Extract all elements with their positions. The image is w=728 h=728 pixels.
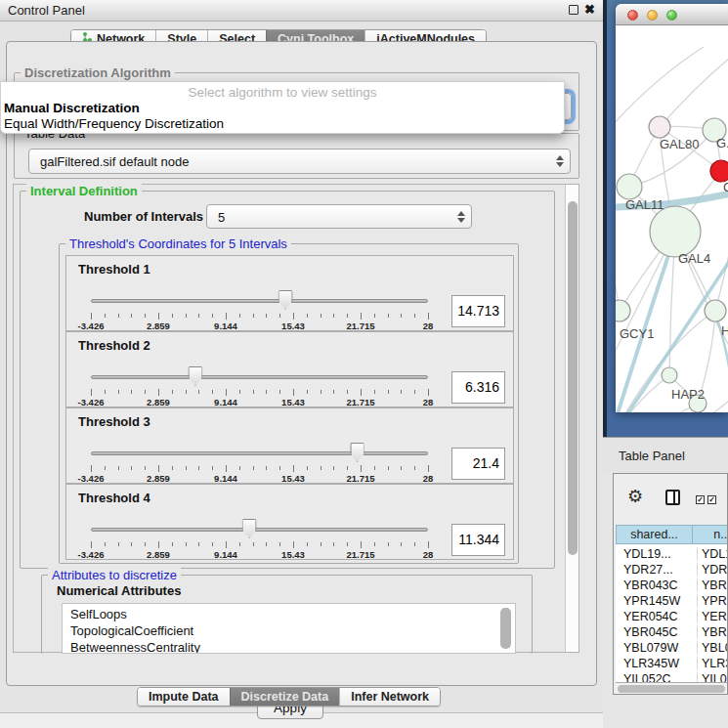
tick-mark (105, 390, 106, 394)
tick-mark (428, 465, 429, 472)
slider-thumb[interactable] (188, 366, 202, 386)
column-header-shared-name[interactable]: shared... (616, 525, 693, 544)
network-node[interactable] (662, 367, 677, 383)
attribute-list-item[interactable]: SelfLoops (70, 607, 127, 621)
tick-label: 15.43 (281, 321, 305, 331)
threshold-slider[interactable]: -3.4262.8599.14415.4321.71528 (91, 256, 428, 332)
tick-mark (239, 542, 240, 546)
network-node[interactable] (649, 116, 670, 138)
close-light-icon[interactable] (627, 10, 638, 21)
threshold-value-field[interactable]: 21.4 (451, 448, 505, 480)
number-of-intervals-label: Number of Intervals (84, 209, 203, 224)
network-node[interactable] (616, 300, 630, 321)
tick-mark (307, 542, 308, 546)
tab-impute-data[interactable]: Impute Data (138, 688, 230, 706)
tick-mark (347, 466, 348, 470)
slider-track[interactable] (91, 299, 428, 303)
column-layout-icon[interactable] (665, 490, 680, 505)
list-scrollbar[interactable] (500, 606, 511, 653)
tick-mark (118, 314, 119, 318)
tick-mark (186, 542, 187, 546)
tick-mark (118, 390, 119, 394)
tick-mark (253, 542, 254, 546)
tick-mark (293, 541, 294, 548)
table-row[interactable]: YBR045CYBR0 (616, 624, 728, 640)
thresholds-group: Threshold's Coordinates for 5 Intervals … (59, 243, 519, 564)
table-row[interactable]: YDR27...YDR2 (616, 562, 728, 578)
float-window-icon[interactable] (569, 5, 578, 15)
threshold-slider[interactable]: -3.4262.8599.14415.4321.71528 (91, 408, 428, 485)
checkbox-icon[interactable]: ✓ (696, 495, 705, 504)
table-hscrollbar-thumb[interactable] (618, 685, 725, 693)
tick-label: 21.715 (346, 321, 374, 331)
threshold-value-field[interactable]: 11.344 (451, 524, 505, 556)
tick-mark (307, 466, 308, 470)
numerical-attributes-list[interactable]: SelfLoopsTopologicalCoefficientBetweenne… (62, 603, 516, 654)
network-node-label: C... (723, 180, 728, 194)
threshold-value-field[interactable]: 14.713 (451, 295, 505, 327)
tick-mark (131, 466, 132, 470)
slider-thumb[interactable] (242, 519, 257, 538)
tick-mark (347, 542, 348, 546)
minimize-light-icon[interactable] (647, 10, 658, 21)
table-data-combobox[interactable]: galFiltered.sif default node (28, 149, 571, 174)
table-row[interactable]: YLR345WYLR3 (616, 656, 728, 671)
group-title: Attributes to discretize (48, 568, 181, 582)
threshold-value-field[interactable]: 6.316 (451, 371, 505, 404)
table-row[interactable]: YER054CYER0 (616, 609, 728, 624)
settings-scrollbar[interactable] (565, 185, 578, 652)
slider-thumb[interactable] (278, 290, 293, 310)
table-row[interactable]: YPR145WYPR1 (616, 593, 728, 609)
dropdown-option[interactable]: Equal Width/Frequency Discretization (4, 116, 224, 131)
tick-mark (361, 465, 362, 472)
gear-icon[interactable]: ⚙ (627, 486, 643, 507)
threshold-panel: Threshold 4-3.4262.8599.14415.4321.71528… (65, 484, 514, 560)
checkbox-icon[interactable]: ✓ (707, 495, 716, 504)
table-hscrollbar[interactable] (616, 682, 728, 694)
tick-mark (91, 313, 92, 320)
cell-shared-name: YPR145W (623, 594, 680, 608)
tick-mark (279, 542, 280, 546)
table-row[interactable]: YDL19...YDL1 (616, 546, 728, 562)
slider-tick-labels: -3.4262.8599.14415.4321.71528 (91, 321, 428, 331)
slider-thumb[interactable] (350, 443, 364, 462)
cell-shared-name: YBR043C (623, 578, 678, 592)
tick-mark (266, 390, 267, 394)
number-of-intervals-combobox[interactable]: 5 (206, 204, 472, 229)
tab-discretize-data[interactable]: Discretize Data (230, 688, 340, 706)
slider-track[interactable] (91, 451, 428, 455)
table-row[interactable]: YBR043CYBR0 (616, 578, 728, 593)
window-title: Control Panel (8, 3, 85, 18)
network-node[interactable] (705, 300, 726, 321)
tab-infer-network[interactable]: Infer Network (339, 688, 440, 706)
screen: Control Panel ✖ NetworkStyleSelectCyni T… (0, 0, 728, 728)
network-canvas[interactable]: GAL80G...C...GAL11GAL4GCY1H...HAP2 (616, 25, 728, 412)
threshold-slider[interactable]: -3.4262.8599.14415.4321.71528 (91, 485, 428, 561)
network-node[interactable] (650, 206, 701, 257)
tick-mark (226, 465, 227, 472)
list-scrollbar-thumb[interactable] (500, 608, 511, 649)
tick-mark (401, 542, 402, 546)
slider-track[interactable] (91, 375, 428, 379)
tick-mark (186, 390, 187, 394)
column-header-name[interactable]: n... (692, 525, 728, 544)
attribute-list-item[interactable]: BetweennessCentrality (70, 640, 200, 654)
combo-arrows-icon (556, 155, 564, 167)
close-window-icon[interactable]: ✖ (584, 2, 595, 17)
table-row[interactable]: YBL079WYBL0 (616, 640, 728, 656)
tick-mark (361, 541, 362, 548)
tick-mark (145, 314, 146, 318)
slider-track[interactable] (91, 528, 428, 532)
dropdown-option[interactable]: Manual Discretization (4, 101, 140, 115)
tab-label: Discretize Data (241, 688, 329, 706)
network-node[interactable] (710, 160, 728, 182)
cell-name: YER0 (697, 610, 728, 623)
zoom-light-icon[interactable] (666, 10, 677, 21)
right-panel: GAL80G...C...GAL11GAL4GCY1H...HAP2 Table… (603, 0, 728, 728)
threshold-slider[interactable]: -3.4262.8599.14415.4321.71528 (91, 332, 428, 408)
attribute-list-item[interactable]: TopologicalCoefficient (70, 623, 193, 638)
network-node[interactable] (617, 174, 642, 199)
settings-scrollbar-thumb[interactable] (568, 201, 578, 555)
tick-mark (158, 465, 159, 472)
tick-mark (266, 314, 267, 318)
